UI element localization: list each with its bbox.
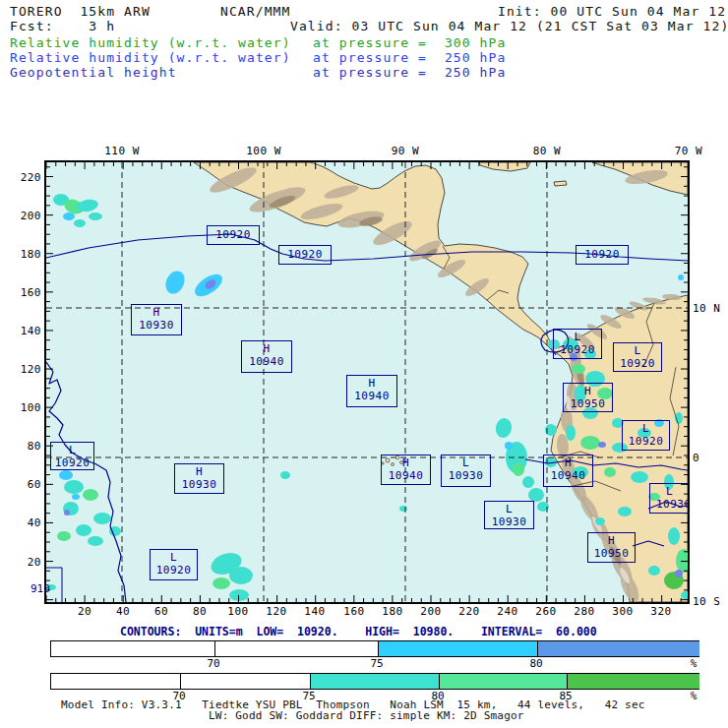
y-gridpoint-label: 20 <box>12 556 41 569</box>
colorbar-tick-label: 70 <box>207 657 219 670</box>
y-gridpoint-label: 60 <box>12 478 41 491</box>
rh-shaded-patch <box>63 212 75 220</box>
map-canvas <box>46 162 688 602</box>
init-time: Init: 00 UTC Sun 04 Mar 12 <box>498 4 726 19</box>
rh-shaded-patch <box>570 353 577 361</box>
contours-summary: CONTOURS: UNITS=m LOW= 10920. HIGH= 1098… <box>120 625 597 638</box>
latitude-label: 0 <box>693 452 699 464</box>
rh-shaded-patch <box>59 470 73 480</box>
landmass <box>554 181 567 186</box>
rh-shaded-patch <box>575 385 586 402</box>
rh-shaded-patch <box>83 489 98 501</box>
x-gridpoint-label: 180 <box>382 605 402 618</box>
forecast-hour: Fcst: 3 h <box>10 19 115 33</box>
field-geoheight-level: at pressure = 250 hPa <box>313 65 506 80</box>
latitude-label: 10 S <box>693 595 721 608</box>
island <box>382 462 384 464</box>
rh-shaded-patch <box>597 388 613 399</box>
x-gridpoint-label: 40 <box>116 605 130 618</box>
x-gridpoint-label: 260 <box>535 605 556 618</box>
model-title: TORERO 15km ARW <box>10 4 151 19</box>
x-gridpoint-label: 280 <box>574 605 594 618</box>
longitude-label: 110 W <box>104 145 140 157</box>
rh-shaded-patch <box>399 506 407 512</box>
y-gridpoint-label: 200 <box>12 210 41 222</box>
rh-shaded-patch <box>668 527 680 545</box>
colorbar-segment <box>439 674 568 689</box>
colorbar-segment <box>378 641 538 656</box>
rh-shaded-patch <box>580 436 600 450</box>
rh-colorbar-250hPa <box>50 640 699 657</box>
rh-shaded-patch <box>280 471 290 479</box>
longitude-label: 100 W <box>246 145 281 157</box>
y-gridpoint-label: 160 <box>12 286 41 299</box>
colorbar-tick-label: 75 <box>370 657 383 670</box>
rh-shaded-patch <box>648 566 660 576</box>
colorbar-segment <box>310 674 440 689</box>
island <box>395 455 399 459</box>
rh-shaded-patch <box>522 476 534 488</box>
y-gridpoint-label: 80 <box>12 440 41 453</box>
rh-shaded-patch <box>88 536 103 546</box>
y-gridpoint-label: 180 <box>12 248 41 261</box>
x-gridpoint-label: 320 <box>650 605 671 618</box>
rh-shaded-patch <box>572 364 585 374</box>
rh-shaded-patch <box>505 442 513 450</box>
x-gridpoint-label: 160 <box>343 605 364 618</box>
rh-colorbar-300hPa <box>50 673 699 690</box>
y-gridpoint-label: 220 <box>12 171 41 184</box>
rh-shaded-patch <box>584 349 596 359</box>
x-gridpoint-label: 140 <box>304 605 325 618</box>
rh-shaded-patch <box>64 510 70 516</box>
x-gridpoint-label: 240 <box>497 605 517 618</box>
x-gridpoint-label: 120 <box>266 605 286 618</box>
rh-shaded-patch <box>74 219 86 227</box>
rh-shaded-patch <box>76 524 91 536</box>
field-rh300-label: Relative humidity (w.r.t. water) <box>10 35 291 50</box>
island <box>400 461 403 464</box>
field-geoheight-label: Geopotential height <box>10 65 177 80</box>
rh-shaded-patch <box>566 425 576 441</box>
longitude-label: 80 W <box>533 145 562 157</box>
rh-shaded-patch <box>573 466 588 478</box>
longitude-label: 70 W <box>675 145 703 157</box>
rh-shaded-patch <box>72 494 80 500</box>
colorbar-segment <box>51 641 214 656</box>
weather-model-plot: { "header": { "model": "TORERO 15km ARW"… <box>0 0 728 728</box>
colorbar-segment <box>214 641 379 656</box>
colorbar-tick-label: % <box>691 690 698 702</box>
colorbar-tick-label: 80 <box>529 657 542 670</box>
rh-shaded-patch <box>212 577 230 589</box>
x-gridpoint-label: 200 <box>420 605 441 618</box>
rh-shaded-patch <box>604 467 616 477</box>
rh-shaded-patch <box>675 570 683 577</box>
rh-shaded-patch <box>585 371 605 387</box>
field-rh250-label: Relative humidity (w.r.t. water) <box>10 50 291 65</box>
model-info-line2: LW: Godd SW: Goddard DIFF: simple KM: 2D… <box>209 709 524 722</box>
y-gridpoint-label: 100 <box>12 401 41 414</box>
rh-shaded-patch <box>513 462 524 476</box>
rh-shaded-patch <box>618 507 632 516</box>
island <box>386 458 390 462</box>
center-name: NCAR/MMM <box>220 4 290 19</box>
rh-shaded-patch <box>598 442 606 448</box>
colorbar-segment <box>180 674 311 689</box>
corner-contour-label: 910 <box>30 582 50 595</box>
colorbar-segment <box>537 641 699 656</box>
x-gridpoint-label: 300 <box>612 605 633 618</box>
y-gridpoint-label: 120 <box>12 363 41 376</box>
rh-shaded-patch <box>57 531 71 541</box>
rh-shaded-patch <box>582 407 598 419</box>
x-gridpoint-label: 100 <box>227 605 248 618</box>
y-gridpoint-label: 40 <box>12 516 41 529</box>
rh-shaded-patch <box>637 428 651 438</box>
rh-shaded-patch <box>664 474 674 490</box>
colorbar-segment <box>51 674 180 689</box>
rh-shaded-patch <box>595 517 605 525</box>
x-gridpoint-label: 220 <box>458 605 479 618</box>
valid-time: Valid: 03 UTC Sun 04 Mar 12 (21 CST Sat … <box>290 19 728 33</box>
rh-shaded-patch <box>64 480 84 494</box>
rh-shaded-patch <box>612 443 628 453</box>
rh-shaded-patch <box>654 419 664 427</box>
rh-shaded-patch <box>548 339 560 349</box>
